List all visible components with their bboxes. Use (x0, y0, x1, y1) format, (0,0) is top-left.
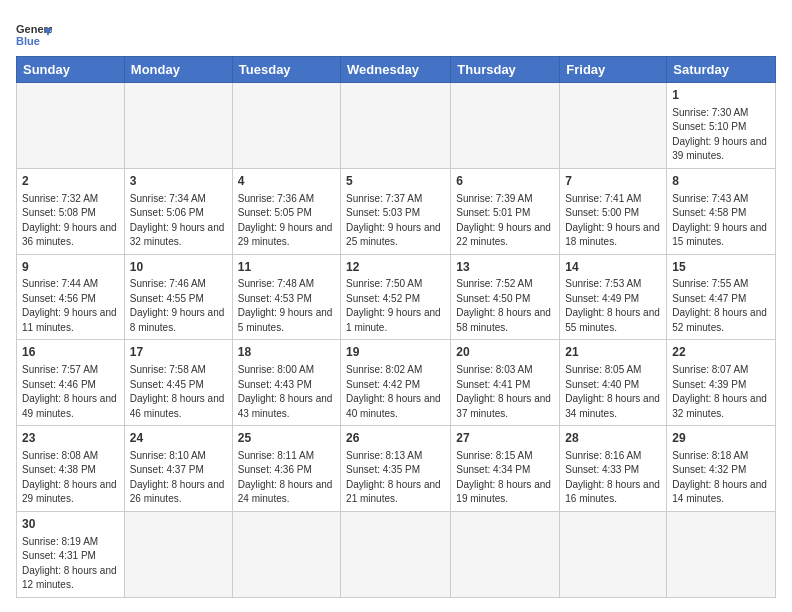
day-number: 13 (456, 259, 554, 276)
calendar-cell: 14Sunrise: 7:53 AM Sunset: 4:49 PM Dayli… (560, 254, 667, 340)
weekday-header-tuesday: Tuesday (232, 57, 340, 83)
day-info: Sunrise: 7:50 AM Sunset: 4:52 PM Dayligh… (346, 277, 445, 335)
day-info: Sunrise: 7:55 AM Sunset: 4:47 PM Dayligh… (672, 277, 770, 335)
day-info: Sunrise: 7:52 AM Sunset: 4:50 PM Dayligh… (456, 277, 554, 335)
day-number: 7 (565, 173, 661, 190)
calendar-cell: 4Sunrise: 7:36 AM Sunset: 5:05 PM Daylig… (232, 168, 340, 254)
calendar-cell: 26Sunrise: 8:13 AM Sunset: 4:35 PM Dayli… (341, 426, 451, 512)
logo: General Blue (16, 20, 52, 48)
day-number: 19 (346, 344, 445, 361)
calendar-cell: 5Sunrise: 7:37 AM Sunset: 5:03 PM Daylig… (341, 168, 451, 254)
calendar-week-row: 1Sunrise: 7:30 AM Sunset: 5:10 PM Daylig… (17, 83, 776, 169)
day-number: 8 (672, 173, 770, 190)
calendar-cell: 17Sunrise: 7:58 AM Sunset: 4:45 PM Dayli… (124, 340, 232, 426)
day-info: Sunrise: 7:44 AM Sunset: 4:56 PM Dayligh… (22, 277, 119, 335)
calendar-cell: 19Sunrise: 8:02 AM Sunset: 4:42 PM Dayli… (341, 340, 451, 426)
calendar-cell: 15Sunrise: 7:55 AM Sunset: 4:47 PM Dayli… (667, 254, 776, 340)
day-info: Sunrise: 7:39 AM Sunset: 5:01 PM Dayligh… (456, 192, 554, 250)
svg-text:Blue: Blue (16, 35, 40, 47)
day-info: Sunrise: 7:53 AM Sunset: 4:49 PM Dayligh… (565, 277, 661, 335)
calendar-cell: 22Sunrise: 8:07 AM Sunset: 4:39 PM Dayli… (667, 340, 776, 426)
day-info: Sunrise: 8:18 AM Sunset: 4:32 PM Dayligh… (672, 449, 770, 507)
day-number: 12 (346, 259, 445, 276)
weekday-header-friday: Friday (560, 57, 667, 83)
calendar-cell: 18Sunrise: 8:00 AM Sunset: 4:43 PM Dayli… (232, 340, 340, 426)
day-info: Sunrise: 8:16 AM Sunset: 4:33 PM Dayligh… (565, 449, 661, 507)
calendar-cell: 13Sunrise: 7:52 AM Sunset: 4:50 PM Dayli… (451, 254, 560, 340)
calendar-cell: 3Sunrise: 7:34 AM Sunset: 5:06 PM Daylig… (124, 168, 232, 254)
day-info: Sunrise: 7:46 AM Sunset: 4:55 PM Dayligh… (130, 277, 227, 335)
weekday-header-sunday: Sunday (17, 57, 125, 83)
weekday-header-saturday: Saturday (667, 57, 776, 83)
calendar-cell: 21Sunrise: 8:05 AM Sunset: 4:40 PM Dayli… (560, 340, 667, 426)
calendar-cell: 7Sunrise: 7:41 AM Sunset: 5:00 PM Daylig… (560, 168, 667, 254)
day-number: 14 (565, 259, 661, 276)
day-info: Sunrise: 8:02 AM Sunset: 4:42 PM Dayligh… (346, 363, 445, 421)
calendar-cell (451, 83, 560, 169)
header: General Blue (16, 16, 776, 48)
day-info: Sunrise: 7:37 AM Sunset: 5:03 PM Dayligh… (346, 192, 445, 250)
calendar-cell: 20Sunrise: 8:03 AM Sunset: 4:41 PM Dayli… (451, 340, 560, 426)
day-info: Sunrise: 7:58 AM Sunset: 4:45 PM Dayligh… (130, 363, 227, 421)
calendar-week-row: 30Sunrise: 8:19 AM Sunset: 4:31 PM Dayli… (17, 511, 776, 597)
day-info: Sunrise: 7:48 AM Sunset: 4:53 PM Dayligh… (238, 277, 335, 335)
weekday-header-monday: Monday (124, 57, 232, 83)
day-number: 26 (346, 430, 445, 447)
calendar-cell (451, 511, 560, 597)
day-number: 22 (672, 344, 770, 361)
day-info: Sunrise: 7:57 AM Sunset: 4:46 PM Dayligh… (22, 363, 119, 421)
day-number: 10 (130, 259, 227, 276)
calendar-cell: 28Sunrise: 8:16 AM Sunset: 4:33 PM Dayli… (560, 426, 667, 512)
calendar-cell (341, 511, 451, 597)
calendar-cell: 12Sunrise: 7:50 AM Sunset: 4:52 PM Dayli… (341, 254, 451, 340)
day-info: Sunrise: 7:43 AM Sunset: 4:58 PM Dayligh… (672, 192, 770, 250)
day-number: 9 (22, 259, 119, 276)
calendar-cell: 16Sunrise: 7:57 AM Sunset: 4:46 PM Dayli… (17, 340, 125, 426)
day-number: 29 (672, 430, 770, 447)
day-info: Sunrise: 8:15 AM Sunset: 4:34 PM Dayligh… (456, 449, 554, 507)
day-info: Sunrise: 7:30 AM Sunset: 5:10 PM Dayligh… (672, 106, 770, 164)
day-info: Sunrise: 7:32 AM Sunset: 5:08 PM Dayligh… (22, 192, 119, 250)
weekday-header-wednesday: Wednesday (341, 57, 451, 83)
day-number: 11 (238, 259, 335, 276)
day-info: Sunrise: 7:41 AM Sunset: 5:00 PM Dayligh… (565, 192, 661, 250)
calendar-cell: 9Sunrise: 7:44 AM Sunset: 4:56 PM Daylig… (17, 254, 125, 340)
day-info: Sunrise: 8:03 AM Sunset: 4:41 PM Dayligh… (456, 363, 554, 421)
generalblue-logo-icon: General Blue (16, 20, 52, 48)
calendar-cell: 25Sunrise: 8:11 AM Sunset: 4:36 PM Dayli… (232, 426, 340, 512)
calendar-cell (232, 511, 340, 597)
calendar-cell (560, 83, 667, 169)
calendar-cell (341, 83, 451, 169)
calendar-cell: 11Sunrise: 7:48 AM Sunset: 4:53 PM Dayli… (232, 254, 340, 340)
calendar-cell: 24Sunrise: 8:10 AM Sunset: 4:37 PM Dayli… (124, 426, 232, 512)
calendar-cell (232, 83, 340, 169)
calendar-cell (560, 511, 667, 597)
day-info: Sunrise: 8:08 AM Sunset: 4:38 PM Dayligh… (22, 449, 119, 507)
day-number: 24 (130, 430, 227, 447)
day-number: 1 (672, 87, 770, 104)
weekday-header-thursday: Thursday (451, 57, 560, 83)
day-number: 6 (456, 173, 554, 190)
day-info: Sunrise: 7:34 AM Sunset: 5:06 PM Dayligh… (130, 192, 227, 250)
day-info: Sunrise: 8:11 AM Sunset: 4:36 PM Dayligh… (238, 449, 335, 507)
day-number: 15 (672, 259, 770, 276)
calendar-cell: 8Sunrise: 7:43 AM Sunset: 4:58 PM Daylig… (667, 168, 776, 254)
day-info: Sunrise: 8:05 AM Sunset: 4:40 PM Dayligh… (565, 363, 661, 421)
day-info: Sunrise: 8:10 AM Sunset: 4:37 PM Dayligh… (130, 449, 227, 507)
calendar-cell: 2Sunrise: 7:32 AM Sunset: 5:08 PM Daylig… (17, 168, 125, 254)
calendar-cell: 30Sunrise: 8:19 AM Sunset: 4:31 PM Dayli… (17, 511, 125, 597)
day-number: 16 (22, 344, 119, 361)
day-number: 20 (456, 344, 554, 361)
day-number: 2 (22, 173, 119, 190)
calendar-week-row: 16Sunrise: 7:57 AM Sunset: 4:46 PM Dayli… (17, 340, 776, 426)
day-info: Sunrise: 8:19 AM Sunset: 4:31 PM Dayligh… (22, 535, 119, 593)
weekday-header-row: SundayMondayTuesdayWednesdayThursdayFrid… (17, 57, 776, 83)
day-info: Sunrise: 8:07 AM Sunset: 4:39 PM Dayligh… (672, 363, 770, 421)
day-number: 5 (346, 173, 445, 190)
day-number: 3 (130, 173, 227, 190)
calendar-table: SundayMondayTuesdayWednesdayThursdayFrid… (16, 56, 776, 598)
day-number: 21 (565, 344, 661, 361)
calendar-cell: 23Sunrise: 8:08 AM Sunset: 4:38 PM Dayli… (17, 426, 125, 512)
calendar-cell: 29Sunrise: 8:18 AM Sunset: 4:32 PM Dayli… (667, 426, 776, 512)
calendar-cell: 1Sunrise: 7:30 AM Sunset: 5:10 PM Daylig… (667, 83, 776, 169)
